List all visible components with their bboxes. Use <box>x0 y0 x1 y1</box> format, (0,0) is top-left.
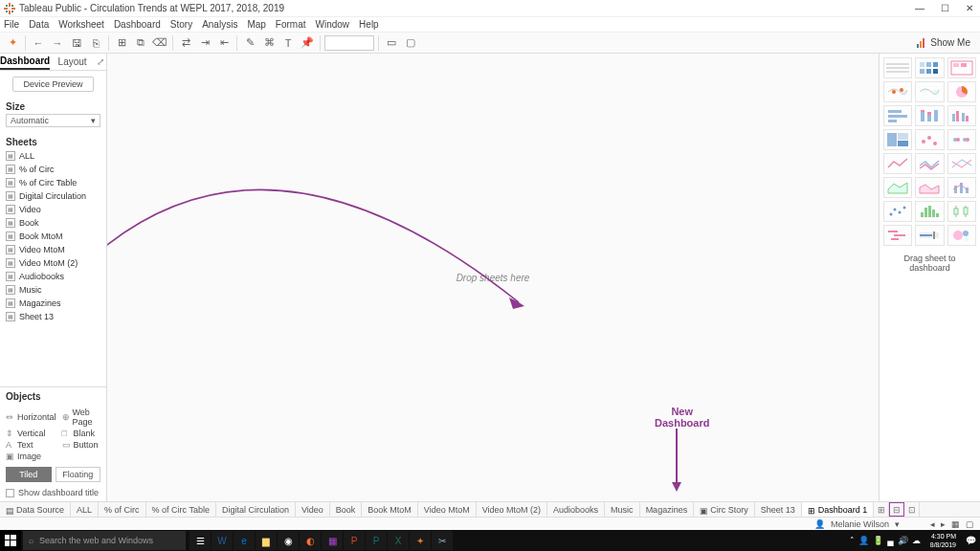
viz-bullet[interactable] <box>915 225 944 246</box>
viz-filled-map[interactable] <box>915 81 944 102</box>
sheet-tab[interactable]: % of Circ Table <box>146 502 216 517</box>
viz-line-cont[interactable] <box>883 153 912 174</box>
taskbar-app-powerpoint[interactable]: P <box>344 531 365 550</box>
sheet-tab[interactable]: ALL <box>71 502 99 517</box>
menu-story[interactable]: Story <box>170 19 192 30</box>
viz-heat-map[interactable] <box>915 57 944 78</box>
minimize-button[interactable]: — <box>913 3 926 13</box>
sheet-tab[interactable]: Video MtoM <box>418 502 477 517</box>
clear-button[interactable]: ⌫ <box>151 34 168 52</box>
data-source-tab[interactable]: ▤Data Source <box>0 502 71 517</box>
duplicate-button[interactable]: ⧉ <box>132 34 149 52</box>
highlight-button[interactable]: ✎ <box>241 34 258 52</box>
close-button[interactable]: ✕ <box>963 3 976 13</box>
menu-file[interactable]: File <box>4 19 19 30</box>
viz-line-disc[interactable] <box>915 153 944 174</box>
viz-treemap[interactable] <box>883 129 912 150</box>
back-button[interactable]: ← <box>30 34 47 52</box>
taskbar-app-tableau[interactable]: ✦ <box>410 531 431 550</box>
menu-map[interactable]: Map <box>247 19 265 30</box>
menu-dashboard[interactable]: Dashboard <box>114 19 161 30</box>
taskbar-search[interactable]: ⌕ Search the web and Windows <box>23 531 186 550</box>
tableau-icon[interactable]: ✦ <box>4 34 21 52</box>
taskbar-app-snip[interactable]: ✂ <box>432 531 453 550</box>
tiled-button[interactable]: Tiled <box>6 467 52 482</box>
viz-gantt[interactable] <box>883 225 912 246</box>
sheet-tab[interactable]: Music <box>605 502 640 517</box>
object-webpage[interactable]: ⊕Web Page <box>62 408 100 427</box>
sheet-item[interactable]: ▦Video MtoM (2) <box>4 256 102 270</box>
sheet-item[interactable]: ▦Video <box>4 203 102 216</box>
viz-symbol-map[interactable] <box>883 81 912 102</box>
taskbar-app-chrome[interactable]: ◉ <box>278 531 299 550</box>
dashboard-canvas[interactable]: Drop sheets here NewDashboard <box>107 54 879 501</box>
viz-packed-bubble[interactable] <box>947 225 976 246</box>
viz-scatter[interactable] <box>883 201 912 222</box>
viz-histogram[interactable] <box>915 201 944 222</box>
menu-worksheet[interactable]: Worksheet <box>58 19 104 30</box>
object-blank[interactable]: □Blank <box>62 429 100 438</box>
tray-network-icon[interactable]: ▄ <box>887 536 893 545</box>
viz-dual-line[interactable] <box>947 153 976 174</box>
viz-area-cont[interactable] <box>883 177 912 198</box>
label-button[interactable]: T <box>279 34 297 52</box>
sheet-item[interactable]: ▦Video MtoM <box>4 243 102 256</box>
taskbar-app-word[interactable]: W <box>212 531 233 550</box>
story-tab[interactable]: ▣Circ Story <box>694 502 755 517</box>
nav-prev-button[interactable]: ◂ <box>930 519 935 529</box>
menu-data[interactable]: Data <box>29 19 49 30</box>
sheet-item[interactable]: ▦% of Circ <box>4 163 102 176</box>
show-me-button[interactable]: Show Me <box>911 37 976 48</box>
sheet-item[interactable]: ▦Music <box>4 283 102 297</box>
viz-side-bar[interactable] <box>947 105 976 126</box>
sheet-item[interactable]: ▦ALL <box>4 149 102 163</box>
user-name[interactable]: Melanie Wilson <box>831 519 889 529</box>
show-title-checkbox[interactable]: Show dashboard title <box>6 488 100 497</box>
tray-battery-icon[interactable]: 🔋 <box>873 536 883 545</box>
object-image[interactable]: ▣Image <box>6 452 56 461</box>
menu-format[interactable]: Format <box>276 19 306 30</box>
new-dashboard-tab[interactable]: ⊟ <box>889 502 904 517</box>
font-select[interactable] <box>324 35 374 51</box>
viz-pie[interactable] <box>947 81 976 102</box>
swap-button[interactable]: ⇄ <box>177 34 194 52</box>
viz-box[interactable] <box>947 201 976 222</box>
size-select[interactable]: Automatic▾ <box>6 114 100 127</box>
nav-grid-button[interactable]: ▦ <box>951 519 960 529</box>
presentation-button[interactable]: ▢ <box>402 34 419 52</box>
viz-highlight-table[interactable] <box>947 57 976 78</box>
menu-analysis[interactable]: Analysis <box>202 19 237 30</box>
task-view-button[interactable]: ☰ <box>189 531 211 550</box>
viz-stacked-bar[interactable] <box>915 105 944 126</box>
floating-button[interactable]: Floating <box>56 467 101 482</box>
start-button[interactable] <box>0 530 21 551</box>
menu-window[interactable]: Window <box>316 19 350 30</box>
sheet-tab[interactable]: Video <box>296 502 330 517</box>
sheet-item[interactable]: ▦Digital Circulation <box>4 189 102 203</box>
pin-panel-icon[interactable]: ⤢ <box>95 54 106 70</box>
taskbar-app-photos[interactable]: ▦ <box>322 531 343 550</box>
taskbar-clock[interactable]: 4:30 PM 8/8/2019 <box>924 532 962 549</box>
tab-layout[interactable]: Layout <box>50 54 95 70</box>
taskbar-app-firefox[interactable]: ◐ <box>300 531 321 550</box>
group-button[interactable]: ⌘ <box>260 34 278 52</box>
fit-button[interactable]: ▭ <box>383 34 400 52</box>
sheet-tab[interactable]: Book <box>330 502 363 517</box>
sheet-tab[interactable]: Book MtoM <box>362 502 418 517</box>
maximize-button[interactable]: ☐ <box>938 3 951 13</box>
forward-button[interactable]: → <box>49 34 66 52</box>
sheet-item[interactable]: ▦Sheet 13 <box>4 310 102 323</box>
object-vertical[interactable]: ⇕Vertical <box>6 429 56 438</box>
viz-text-table[interactable] <box>883 57 912 78</box>
save-button[interactable]: 🖫 <box>68 34 85 52</box>
taskbar-app-edge[interactable]: e <box>234 531 255 550</box>
dashboard-tab-active[interactable]: ⊞Dashboard 1 <box>802 502 875 517</box>
sheet-tab[interactable]: Audiobooks <box>547 502 605 517</box>
viz-area-disc[interactable] <box>915 177 944 198</box>
new-worksheet-tab[interactable]: ⊞ <box>874 502 889 517</box>
taskbar-app-excel[interactable]: X <box>388 531 409 550</box>
sheet-item[interactable]: ▦% of Circ Table <box>4 176 102 189</box>
tray-onedrive-icon[interactable]: ☁ <box>912 536 921 545</box>
object-horizontal[interactable]: ⇔Horizontal <box>6 408 56 427</box>
tab-dashboard[interactable]: Dashboard <box>0 54 50 70</box>
